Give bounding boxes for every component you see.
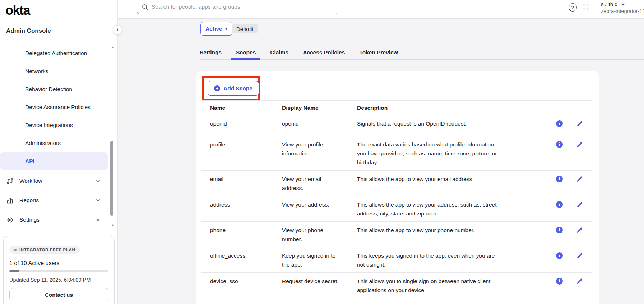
tab-label: Claims	[270, 49, 288, 56]
sidebar-item-label: Workflow	[19, 178, 42, 184]
sidebar-item-label: Delegated Authentication	[25, 50, 87, 56]
scope-description: The exact data varies based on what prof…	[357, 141, 497, 165]
chevron-down-icon	[621, 2, 625, 7]
table-row: offline_access Keep you signed in to the…	[201, 247, 592, 273]
tab-access-policies[interactable]: Access Policies	[303, 45, 345, 59]
sidebar-item-workflow[interactable]: Workflow	[0, 171, 118, 191]
scope-display-name: Keep you signed in to the app.	[282, 253, 335, 268]
sidebar-item-label: Device Assurance Policies	[25, 104, 91, 110]
edit-pencil-icon[interactable]	[576, 176, 583, 182]
scope-display-name: View your address.	[282, 201, 329, 208]
table-row: openid openid Signals that a request is …	[201, 115, 592, 136]
scope-name: profile	[210, 141, 225, 148]
plan-card: INTEGRATOR FREE PLAN 1 of 10 Active user…	[3, 236, 115, 304]
edit-pencil-icon[interactable]	[576, 201, 583, 208]
org-name: zebra-integrator-12	[601, 8, 644, 14]
chevron-down-icon	[96, 198, 101, 203]
global-search[interactable]	[137, 0, 338, 14]
info-icon[interactable]	[556, 252, 563, 259]
scope-name: phone	[210, 227, 226, 233]
info-icon[interactable]	[556, 141, 563, 148]
info-icon[interactable]	[556, 227, 563, 233]
active-users-count: 1 of 10 Active users	[9, 260, 108, 267]
sidebar-item-label: Administrators	[25, 140, 61, 146]
sidebar-item-settings[interactable]: Settings	[0, 210, 118, 230]
usage-progress-fill	[9, 270, 19, 272]
tab-bar: Settings Scopes Claims Access Policies T…	[200, 45, 644, 60]
plan-status-dot	[14, 249, 17, 251]
table-row: email View your email address. This allo…	[201, 171, 592, 196]
scope-name: offline_access	[210, 253, 245, 259]
edit-pencil-icon[interactable]	[576, 141, 583, 148]
sidebar-nav-item[interactable]: Device Integrations	[0, 116, 118, 134]
info-icon[interactable]	[556, 278, 563, 285]
default-badge: Default	[232, 24, 258, 33]
sidebar-collapse-button[interactable]	[113, 25, 122, 35]
search-input[interactable]	[152, 4, 333, 10]
edit-pencil-icon[interactable]	[576, 252, 583, 259]
sidebar-nav-item[interactable]: Device Assurance Policies	[0, 98, 118, 116]
plan-badge-label: INTEGRATOR FREE PLAN	[19, 248, 75, 252]
sidebar-item-label: Settings	[19, 217, 40, 223]
scope-display-name: Request device secret.	[282, 278, 339, 284]
column-header-description: Description	[357, 105, 519, 111]
user-menu[interactable]: sujith c zebra-integrator-12	[601, 1, 644, 14]
topbar: sujith c zebra-integrator-12	[118, 0, 644, 19]
info-icon[interactable]	[556, 176, 563, 182]
edit-pencil-icon[interactable]	[576, 278, 583, 285]
scope-name: openid	[210, 121, 227, 127]
table-row: device_sso Request device secret. This a…	[201, 273, 592, 298]
scopes-panel: Add Scope Name Display Name Description …	[196, 71, 599, 304]
sidebar-sections: Workflow Reports Settings	[0, 171, 118, 230]
plus-icon	[214, 85, 220, 91]
sidebar-item-label: Device Integrations	[25, 122, 73, 128]
contact-us-button[interactable]: Contact us	[9, 288, 108, 301]
sidebar-nav-item[interactable]: Behavior Detection	[0, 80, 118, 98]
scope-description: This allows the app to view your phone n…	[357, 227, 474, 233]
scroll-up-icon[interactable]: ▲	[111, 45, 115, 49]
tab-token-preview[interactable]: Token Preview	[359, 45, 398, 59]
table-row: profile View your profile information. T…	[201, 136, 592, 171]
scope-description: Signals that a request is an OpenID requ…	[357, 121, 467, 127]
edit-pencil-icon[interactable]	[576, 120, 583, 127]
scopes-table: Name Display Name Description openid ope…	[201, 100, 592, 298]
sidebar-nav-item[interactable]: Administrators	[0, 134, 118, 152]
column-header-display-name: Display Name	[282, 105, 357, 111]
chevron-down-icon	[96, 217, 101, 222]
scope-description: This keeps you signed in to the app, eve…	[357, 253, 495, 268]
main-content: Active ▾ Default Settings Scopes Claims …	[118, 19, 644, 304]
status-dropdown-button[interactable]: Active ▾	[200, 22, 232, 36]
sidebar-nav-item[interactable]: API	[0, 152, 108, 170]
sidebar: okta Admin Console Delegated Authenticat…	[0, 0, 118, 304]
sidebar-nav-item[interactable]: Networks	[0, 62, 118, 80]
edit-pencil-icon[interactable]	[576, 227, 583, 233]
scope-description: This allows you to single sign on betwee…	[357, 278, 490, 293]
reports-icon	[6, 196, 14, 204]
scope-name: email	[210, 176, 223, 182]
caret-down-icon: ▾	[226, 27, 227, 31]
tab-settings[interactable]: Settings	[200, 45, 222, 59]
scope-description: This allows the app to view your address…	[357, 201, 497, 217]
sidebar-item-reports[interactable]: Reports	[0, 191, 118, 210]
scope-name: device_sso	[210, 278, 238, 284]
okta-logo: okta	[5, 3, 30, 18]
search-icon	[142, 4, 148, 10]
chevron-down-icon	[96, 178, 101, 183]
info-icon[interactable]	[556, 120, 563, 127]
tab-label: Scopes	[236, 49, 256, 56]
table-row: address View your address. This allows t…	[201, 196, 592, 222]
tab-scopes[interactable]: Scopes	[236, 45, 256, 59]
apps-grid-icon[interactable]	[583, 4, 589, 10]
add-scope-button[interactable]: Add Scope	[208, 81, 259, 96]
user-name: sujith c	[601, 1, 617, 7]
sidebar-nav-item[interactable]: Delegated Authentication	[0, 44, 118, 62]
help-icon[interactable]	[569, 3, 577, 12]
status-label: Active	[205, 26, 222, 32]
tab-label: Settings	[200, 49, 222, 56]
console-title: Admin Console	[6, 27, 51, 35]
sidebar-item-label: Networks	[25, 68, 48, 74]
tab-claims[interactable]: Claims	[270, 45, 288, 59]
add-scope-label: Add Scope	[223, 85, 252, 92]
sidebar-item-label: Behavior Detection	[25, 86, 72, 92]
info-icon[interactable]	[556, 201, 563, 208]
